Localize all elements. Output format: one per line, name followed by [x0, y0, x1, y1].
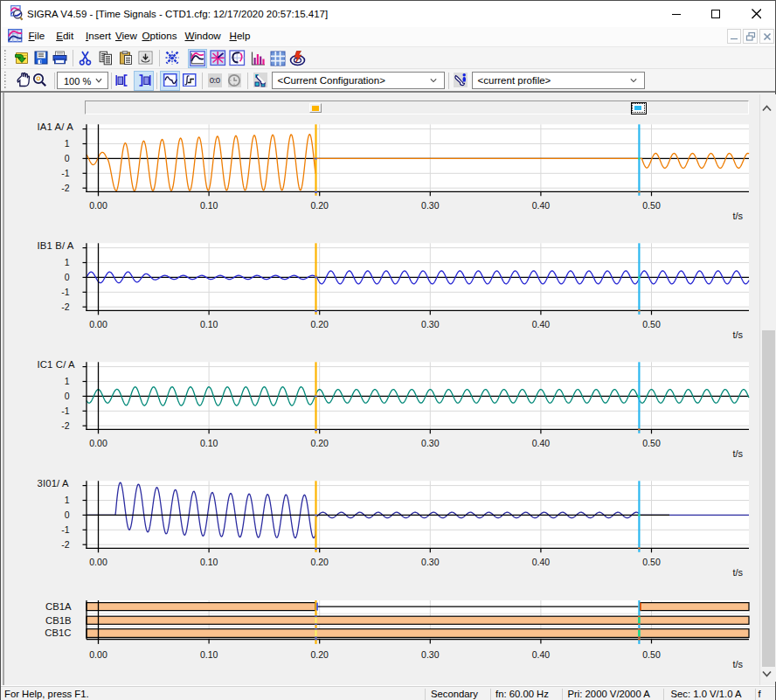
svg-text:0.50: 0.50	[642, 557, 661, 567]
svg-text:0.30: 0.30	[421, 557, 440, 567]
svg-text:IC1 C/ A: IC1 C/ A	[38, 359, 76, 370]
svg-text:0.10: 0.10	[200, 649, 218, 660]
svg-text:0.30: 0.30	[421, 438, 440, 448]
svg-text:0.50: 0.50	[642, 200, 661, 211]
svg-text:t/s: t/s	[732, 329, 743, 340]
svg-text:-1: -1	[61, 405, 69, 416]
svg-text:0.50: 0.50	[642, 649, 661, 660]
svg-text:-2: -2	[61, 301, 69, 312]
svg-text:1: 1	[65, 495, 70, 505]
svg-text:0.40: 0.40	[532, 649, 551, 660]
svg-text:-2: -2	[61, 539, 69, 550]
svg-text:t/s: t/s	[732, 659, 743, 669]
svg-text:0.50: 0.50	[642, 319, 661, 329]
svg-text:0.00: 0.00	[89, 200, 107, 211]
svg-text:CB1A: CB1A	[45, 601, 72, 612]
svg-text:0.10: 0.10	[200, 200, 218, 211]
svg-text:0.30: 0.30	[421, 319, 440, 329]
svg-text:0.10: 0.10	[200, 319, 218, 329]
svg-text:0.00: 0.00	[89, 438, 107, 448]
svg-text:IB1 B/ A: IB1 B/ A	[38, 240, 74, 251]
svg-text:1: 1	[65, 138, 70, 149]
svg-text:0.30: 0.30	[421, 649, 440, 660]
svg-text:IA1 A/ A: IA1 A/ A	[38, 121, 74, 132]
svg-text:0.10: 0.10	[200, 438, 218, 448]
svg-text:0.30: 0.30	[421, 200, 440, 211]
svg-text:-1: -1	[61, 168, 69, 178]
svg-text:0.20: 0.20	[310, 649, 329, 660]
svg-text:0.20: 0.20	[310, 319, 329, 329]
svg-text:0: 0	[65, 153, 70, 163]
svg-text:0.40: 0.40	[532, 200, 551, 211]
svg-text:0: 0	[65, 509, 70, 520]
svg-text:0.40: 0.40	[532, 438, 551, 448]
svg-text:0: 0	[65, 391, 70, 401]
svg-text:0.20: 0.20	[310, 200, 329, 211]
svg-text:0.00: 0.00	[89, 649, 107, 660]
svg-text:t/s: t/s	[732, 211, 743, 221]
svg-text:0.00: 0.00	[89, 557, 107, 567]
svg-text:0.10: 0.10	[200, 557, 218, 567]
svg-text:0.40: 0.40	[532, 319, 551, 329]
svg-text:0.20: 0.20	[310, 438, 329, 448]
svg-text:0: 0	[65, 272, 70, 282]
svg-text:-2: -2	[61, 420, 69, 431]
svg-text:-1: -1	[61, 524, 69, 535]
svg-text:3I01/ A: 3I01/ A	[38, 478, 70, 489]
svg-text:0.50: 0.50	[642, 438, 661, 448]
svg-text:CB1B: CB1B	[45, 615, 72, 626]
svg-text:CB1C: CB1C	[45, 627, 71, 638]
svg-text:t/s: t/s	[732, 448, 743, 459]
svg-text:0.20: 0.20	[310, 557, 329, 567]
svg-text:-2: -2	[61, 183, 69, 193]
svg-text:1: 1	[65, 257, 70, 267]
svg-text:-1: -1	[61, 287, 69, 297]
svg-text:t/s: t/s	[732, 567, 743, 578]
svg-text:0.40: 0.40	[532, 557, 551, 567]
svg-text:1: 1	[65, 376, 70, 386]
svg-text:0.00: 0.00	[89, 319, 107, 329]
